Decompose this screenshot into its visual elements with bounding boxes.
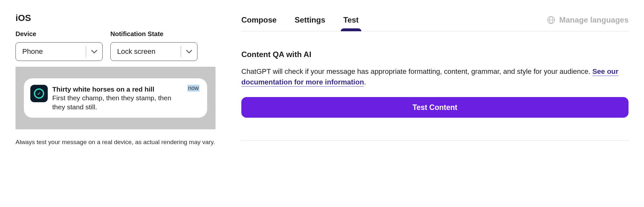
qa-desc-suffix: . xyxy=(364,78,366,86)
content-qa-description: ChatGPT will check if your message has a… xyxy=(241,66,629,87)
selects-row: Device Phone Notification State Lock scr… xyxy=(15,30,216,61)
manage-languages-button[interactable]: Manage languages xyxy=(547,15,629,28)
notification-title: Thirty white horses on a red hill xyxy=(52,85,183,94)
notification-timestamp: now xyxy=(187,85,199,92)
preview-helper-text: Always test your message on a real devic… xyxy=(15,138,216,147)
state-select-group: Notification State Lock screen xyxy=(110,30,197,61)
state-select[interactable]: Lock screen xyxy=(110,42,197,61)
tabs-row: Compose Settings Test Manage languages xyxy=(241,13,629,31)
divider xyxy=(241,140,629,141)
tab-compose[interactable]: Compose xyxy=(241,13,277,31)
app-icon: ✓ xyxy=(30,85,48,102)
device-select-group: Device Phone xyxy=(15,30,103,61)
editor-panel: Compose Settings Test Manage languages C… xyxy=(241,13,629,146)
content-qa-title: Content QA with AI xyxy=(241,50,629,59)
chevron-down-icon xyxy=(86,50,102,54)
device-select[interactable]: Phone xyxy=(15,42,103,61)
notification-text: First they champ, then they stamp, then … xyxy=(52,94,183,111)
tab-test[interactable]: Test xyxy=(343,13,359,31)
state-select-value: Lock screen xyxy=(111,47,181,56)
manage-languages-label: Manage languages xyxy=(559,15,629,25)
test-content-button[interactable]: Test Content xyxy=(241,97,629,118)
notification-preview-frame: ✓ Thirty white horses on a red hill Firs… xyxy=(15,67,216,129)
platform-heading: iOS xyxy=(15,13,216,23)
chevron-down-icon xyxy=(181,50,197,54)
notification-card: ✓ Thirty white horses on a red hill Firs… xyxy=(24,78,207,118)
tab-settings[interactable]: Settings xyxy=(295,13,325,31)
state-select-label: Notification State xyxy=(110,30,197,38)
qa-desc-prefix: ChatGPT will check if your message has a… xyxy=(241,67,592,75)
globe-icon xyxy=(547,16,555,24)
device-select-value: Phone xyxy=(16,47,86,56)
notification-body: Thirty white horses on a red hill First … xyxy=(52,85,183,111)
preview-panel: iOS Device Phone Notification State Lock… xyxy=(15,13,216,146)
device-select-label: Device xyxy=(15,30,103,38)
